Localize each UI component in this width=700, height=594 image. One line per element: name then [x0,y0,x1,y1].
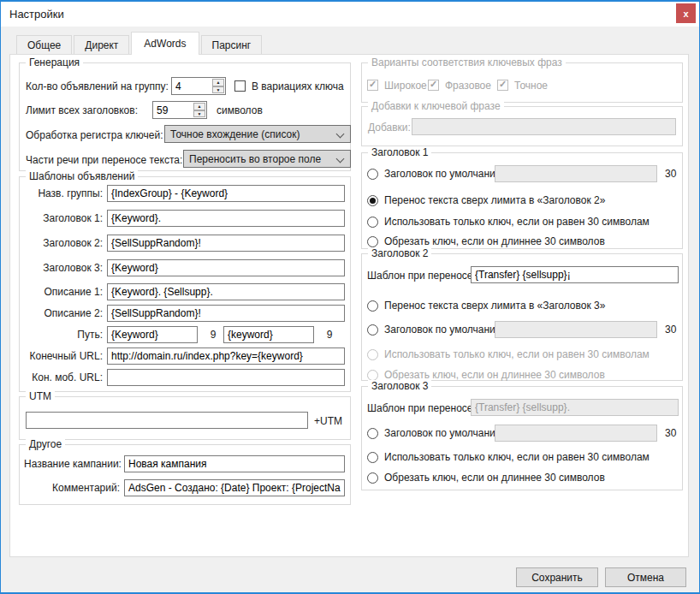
tab-adwords[interactable]: AdWords [131,32,199,55]
headline2-template-input[interactable] [107,235,345,252]
group-name-input[interactable] [107,185,345,202]
radio-selected-icon [367,195,378,206]
parts-of-speech-select[interactable]: Переносить во второе поле [183,150,351,168]
description1-input[interactable] [107,283,345,300]
case-handling-label: Обработка регистра ключей: [26,127,163,144]
tab-parsing[interactable]: Парсинг [201,35,263,54]
h3-trim-radio[interactable]: Обрезать ключ, если он длиннее 30 символ… [367,469,605,486]
radio-icon [367,452,378,463]
exact-match-checkbox: Точное [497,78,548,92]
close-icon: x [683,9,688,19]
checkbox-icon [234,80,246,92]
additions-label: Добавки: [368,119,411,136]
radio-icon [367,300,378,312]
h1-default-input [495,165,657,182]
h1-only-key-radio[interactable]: Использовать только ключ, если он равен … [367,213,650,230]
additions-input [412,118,676,135]
tab-label: Общее [27,39,61,51]
parts-of-speech-value: Переносить во второе поле [189,153,321,165]
group-headline1: Заголовок 1 Заголовок по умолчанию: 30 П… [361,152,683,249]
h1-transfer-label: Перенос текста сверх лимита в «Заголовок… [384,194,605,206]
tab-label: AdWords [144,38,186,50]
ads-per-group-stepper[interactable]: ▲ ▼ [171,77,226,95]
ads-per-group-label: Кол-во объявлений на группу: [26,78,169,95]
path1-input[interactable] [107,326,198,343]
spin-down-button[interactable]: ▼ [193,110,205,118]
h2-default-radio[interactable]: Заголовок по умолчанию: [367,321,506,338]
h1-default-radio[interactable]: Заголовок по умолчанию: [367,165,506,182]
description2-input[interactable] [107,305,345,322]
final-url-label: Конечный URL: [24,347,103,365]
path2-input[interactable] [223,326,314,343]
utm-input[interactable] [26,412,308,429]
tab-direkt[interactable]: Директ [74,35,129,54]
checkbox-checked-icon [428,80,439,91]
final-url-input[interactable] [107,347,345,365]
titlebar: Настройки x [1,2,699,27]
radio-icon [367,428,378,439]
headline3-template-input[interactable] [107,259,345,276]
h2-default-label: Заголовок по умолчанию: [384,324,506,336]
broad-match-label: Широкое [384,80,427,92]
h2-transfer-radio[interactable]: Перенос текста сверх лимита в «Заголовок… [367,297,605,314]
radio-icon [367,217,378,228]
mobile-url-input[interactable] [107,369,345,386]
radio-disabled-icon [367,349,378,360]
spin-up-button[interactable]: ▲ [212,79,224,86]
h2-transfer-label: Перенос текста сверх лимита в «Заголовок… [384,300,605,312]
path-label: Путь: [24,326,103,343]
ads-per-group-input[interactable] [172,78,211,94]
spin-down-button[interactable]: ▼ [212,86,224,94]
spin-up-button[interactable]: ▲ [193,103,205,110]
path2-count: 9 [321,326,338,343]
description2-label: Описание 2: [24,305,103,322]
comment-input[interactable] [124,479,345,496]
headline-limit-stepper[interactable]: ▲ ▼ [152,101,207,119]
close-button[interactable]: x [676,3,696,23]
parts-of-speech-label: Части речи при переносе текста: [26,151,182,169]
headline3-template-label: Заголовок 3: [24,259,103,276]
checkbox-checked-icon [497,80,508,91]
headline1-template-input[interactable] [107,210,345,227]
group-match-types-title: Варианты соответствия ключевых фраз [368,56,566,69]
h1-limit-label: 30 [665,165,676,182]
radio-disabled-icon [367,370,378,381]
campaign-name-label: Название кампании: [24,455,120,472]
settings-window: Настройки x Общее Директ AdWords Парсинг… [0,0,700,594]
key-variations-checkbox[interactable]: В вариациях ключа [234,79,344,93]
spin-buttons: ▲ ▼ [211,78,225,94]
group-headline3: Заголовок 3 Шаблон при переносе: Заголов… [361,386,683,490]
tab-page-adwords: Генерация Кол-во объявлений на группу: ▲… [9,54,689,557]
phrase-match-label: Фразовое [445,80,491,92]
exact-match-label: Точное [514,80,548,92]
case-handling-select[interactable]: Точное вхождение (список) [164,125,351,143]
h2-only-key-radio: Использовать только ключ, если он равен … [367,346,650,363]
tab-label: Директ [85,39,118,51]
h3-limit-label: 30 [665,425,676,442]
group-headline1-title: Заголовок 1 [368,146,431,159]
tab-obshchee[interactable]: Общее [16,35,72,54]
spin-buttons: ▲ ▼ [193,102,206,118]
headline-limit-input[interactable] [153,102,193,118]
h3-only-key-radio[interactable]: Использовать только ключ, если он равен … [367,448,650,466]
h2-trim-label: Обрезать ключ, если он длиннее 30 символ… [384,369,605,381]
group-generation-title: Генерация [26,56,83,69]
group-name-label: Назв. группы: [24,185,103,202]
h3-default-radio[interactable]: Заголовок по умолчанию: [367,425,506,442]
radio-icon [367,472,378,484]
headline-limit-label: Лимит всех заголовков: [26,102,138,119]
h2-transfer-template-input[interactable] [471,266,679,283]
cancel-button[interactable]: Отмена [605,567,686,587]
group-utm: UTM +UTM [19,396,351,440]
group-ad-templates-title: Шаблоны объявлений [26,170,138,183]
campaign-name-input[interactable] [124,455,345,472]
radio-icon [367,236,378,247]
h2-only-key-label: Использовать только ключ, если он равен … [384,348,650,360]
add-utm-button[interactable]: +UTM [314,413,342,430]
h1-transfer-radio[interactable]: Перенос текста сверх лимита в «Заголовок… [367,192,605,209]
group-other: Другое Название кампании: Комментарий: [19,444,351,505]
radio-icon [367,324,378,336]
mobile-url-label: Кон. моб. URL: [24,369,103,386]
case-handling-value: Точное вхождение (список) [170,128,300,140]
save-button[interactable]: Сохранить [516,567,598,587]
